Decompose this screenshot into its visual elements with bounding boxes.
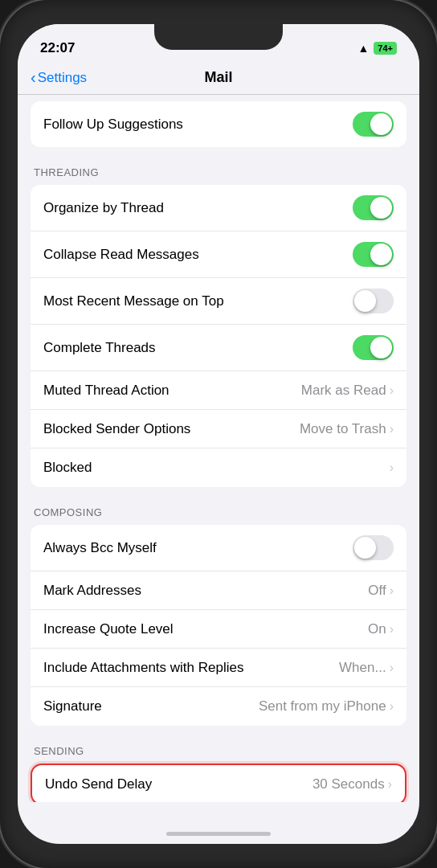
list-item[interactable]: Always Bcc Myself [31, 525, 406, 571]
row-right: Move to Trash › [300, 421, 394, 437]
list-item[interactable]: Include Attachments with Replies When...… [31, 649, 406, 687]
home-indicator [166, 832, 271, 836]
chevron-right-icon: › [390, 661, 394, 675]
row-right: Off › [368, 583, 394, 599]
row-label-undo-send: Undo Send Delay [45, 776, 312, 792]
row-right: › [390, 461, 394, 475]
toggle-follow-up[interactable] [353, 112, 394, 137]
list-item[interactable]: Blocked Sender Options Move to Trash › [31, 410, 406, 448]
row-right: When... › [339, 660, 394, 676]
list-item[interactable]: Most Recent Message on Top [31, 278, 406, 325]
list-item[interactable]: Muted Thread Action Mark as Read › [31, 371, 406, 410]
row-label-signature: Signature [43, 698, 259, 714]
page-title: Mail [204, 69, 232, 86]
toggle-knob [370, 113, 392, 135]
row-label-blocked-sender: Blocked Sender Options [43, 421, 300, 437]
chevron-right-icon: › [390, 583, 394, 598]
row-label-muted-thread: Muted Thread Action [43, 383, 301, 399]
row-right: Mark as Read › [301, 383, 394, 399]
row-label-organize: Organize by Thread [43, 200, 353, 216]
muted-thread-value: Mark as Read [301, 383, 386, 399]
composing-header: COMPOSING [18, 506, 419, 525]
list-item[interactable]: Collapse Read Messages [31, 231, 406, 278]
row-label-include-attachments: Include Attachments with Replies [43, 660, 339, 676]
list-item[interactable]: Signature Sent from my iPhone › [31, 687, 406, 726]
increase-quote-value: On [368, 621, 386, 637]
threading-card-main: Organize by Thread Collapse Read Message… [31, 185, 406, 487]
row-label-follow-up: Follow Up Suggestions [43, 117, 353, 133]
composing-card: Always Bcc Myself Mark Addresses Off › [31, 525, 406, 726]
toggle-collapse[interactable] [353, 242, 394, 267]
chevron-right-icon: › [390, 699, 394, 714]
list-item[interactable]: Blocked › [31, 448, 406, 487]
sending-header: SENDING [18, 745, 419, 764]
threading-header: THREADING [18, 166, 419, 185]
list-item[interactable]: Undo Send Delay 30 Seconds › [32, 765, 405, 802]
row-label-collapse: Collapse Read Messages [43, 247, 353, 263]
toggle-knob [354, 290, 376, 312]
phone-frame: 22:07 ▲ 74+ ‹ Settings Mail Follow Up Su… [0, 0, 437, 868]
list-item[interactable]: Complete Threads [31, 325, 406, 371]
composing-section: COMPOSING Always Bcc Myself Mark Address… [18, 506, 419, 726]
list-item[interactable]: Mark Addresses Off › [31, 571, 406, 610]
sending-section: SENDING Undo Send Delay 30 Seconds › [18, 745, 419, 802]
threading-full-section: THREADING Organize by Thread Collapse Re… [18, 166, 419, 487]
row-label-blocked: Blocked [43, 460, 390, 476]
chevron-right-icon: › [390, 461, 394, 475]
row-label-mark-addresses: Mark Addresses [43, 583, 368, 599]
chevron-right-icon: › [390, 622, 394, 637]
toggle-knob [370, 337, 392, 358]
battery-badge: 74+ [374, 42, 397, 55]
row-right: 30 Seconds › [312, 776, 392, 792]
settings-content: Follow Up Suggestions THREADING Organize… [18, 95, 419, 802]
signature-value: Sent from my iPhone [259, 698, 386, 714]
back-button[interactable]: ‹ Settings [31, 68, 87, 87]
row-label-complete-threads: Complete Threads [43, 340, 353, 356]
toggle-knob [354, 537, 376, 559]
toggle-most-recent[interactable] [353, 289, 394, 313]
back-chevron-icon: ‹ [31, 68, 36, 87]
row-right: On › [368, 621, 394, 637]
undo-send-value: 30 Seconds [312, 776, 385, 792]
include-attachments-value: When... [339, 660, 386, 676]
nav-bar: ‹ Settings Mail [18, 64, 419, 95]
blocked-sender-value: Move to Trash [300, 421, 386, 437]
list-item[interactable]: Increase Quote Level On › [31, 610, 406, 649]
sending-card: Undo Send Delay 30 Seconds › [31, 764, 406, 802]
row-label-increase-quote: Increase Quote Level [43, 621, 368, 637]
threading-section: Follow Up Suggestions [18, 101, 419, 147]
toggle-knob [370, 197, 392, 219]
status-icons: ▲ 74+ [357, 42, 397, 55]
phone-screen: 22:07 ▲ 74+ ‹ Settings Mail Follow Up Su… [18, 24, 419, 844]
chevron-right-icon: › [390, 422, 394, 436]
row-label-always-bcc: Always Bcc Myself [43, 540, 353, 556]
toggle-always-bcc[interactable] [353, 535, 394, 560]
row-right: Sent from my iPhone › [259, 698, 394, 714]
toggle-complete-threads[interactable] [353, 335, 394, 360]
row-label-most-recent: Most Recent Message on Top [43, 293, 353, 309]
mark-addresses-value: Off [368, 583, 386, 599]
back-label: Settings [38, 70, 87, 86]
list-item[interactable]: Follow Up Suggestions [31, 101, 406, 147]
wifi-icon: ▲ [357, 42, 369, 55]
chevron-right-icon: › [390, 383, 394, 398]
toggle-organize[interactable] [353, 195, 394, 220]
chevron-right-icon: › [388, 777, 392, 792]
threading-card: Follow Up Suggestions [31, 101, 406, 147]
status-time: 22:07 [40, 40, 75, 56]
list-item[interactable]: Organize by Thread [31, 185, 406, 231]
notch [154, 24, 283, 50]
toggle-knob [370, 244, 392, 265]
